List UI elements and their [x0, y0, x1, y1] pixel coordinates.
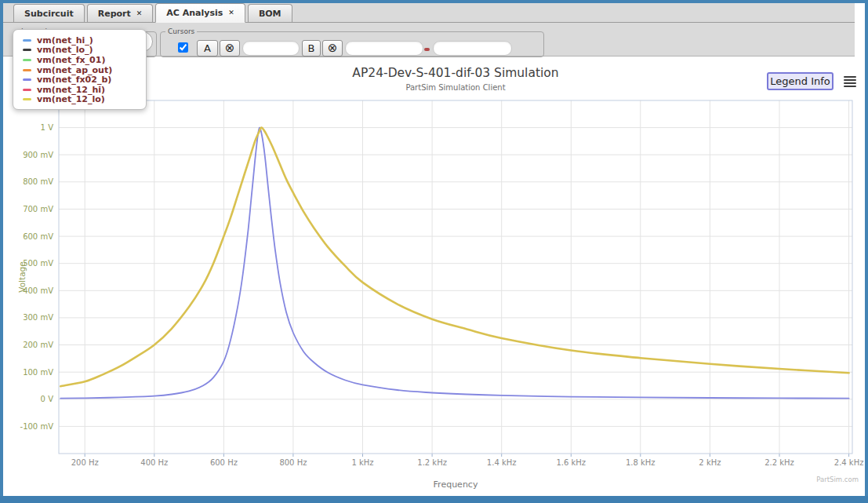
legend-info-button[interactable]: Legend Info	[767, 72, 833, 90]
tab-ac-analysis[interactable]: AC Analysis ✕	[155, 3, 245, 23]
y-tick-label: 100 mV	[23, 368, 53, 377]
legend-item-label: vm(net_lo_)	[37, 45, 93, 55]
legend-item-label: vm(net_ap_out)	[37, 65, 112, 75]
x-tick-label: 800 Hz	[279, 458, 307, 467]
window-frame	[0, 0, 868, 3]
y-tick-label: 600 mV	[23, 232, 53, 241]
x-tick-label: 1.6 kHz	[556, 458, 586, 467]
y-tick-label: 400 mV	[23, 286, 53, 295]
tab-label: Report	[98, 9, 131, 19]
legend-item-label: vm(net_hi_)	[37, 35, 93, 46]
cursors-enabled-checkbox[interactable]	[178, 42, 188, 53]
legend-item[interactable]: vm(net_fx_01)	[23, 55, 146, 65]
y-tick-label: 200 mV	[23, 341, 53, 349]
y-tick-label: 300 mV	[23, 313, 53, 322]
cursor-b-value-input[interactable]	[345, 41, 423, 56]
tab-report[interactable]: Report ✕	[87, 4, 154, 22]
y-tick-label: -100 mV	[20, 422, 54, 431]
window-frame	[865, 0, 868, 503]
x-tick-label: 2 kHz	[699, 458, 721, 467]
cursor-a-button[interactable]: A	[197, 40, 218, 56]
legend-item-label: vm(net_fx02_b)	[37, 75, 111, 85]
legend-item[interactable]: vm(net_12_lo)	[23, 95, 146, 105]
legend-item[interactable]: vm(net_12_hi)	[23, 85, 146, 95]
tab-close-icon[interactable]: ✕	[136, 10, 143, 17]
x-tick-label: 600 Hz	[210, 458, 238, 467]
cursor-b-button[interactable]: B	[302, 40, 321, 56]
legend-swatch-icon	[23, 69, 31, 71]
x-tick-label: 1.8 kHz	[626, 458, 656, 467]
partsim-window: 200 Hz400 Hz600 Hz800 Hz1 kHz1.2 kHz1.4 …	[0, 0, 868, 503]
legend-popup: vm(net_hi_)vm(net_lo_)vm(net_fx_01)vm(ne…	[13, 29, 147, 110]
x-tick-label: 2.4 kHz	[834, 458, 864, 467]
legend-item[interactable]: vm(net_ap_out)	[23, 65, 146, 75]
y-tick-label: 800 mV	[23, 177, 53, 186]
tab-close-icon[interactable]: ✕	[228, 9, 234, 16]
tab-label: Subcircuit	[24, 9, 74, 19]
trace-vm(net_fx02_b)	[60, 128, 848, 399]
chart-subtitle: PartSim Simulation Client	[59, 83, 852, 92]
tab-label: AC Analysis	[166, 8, 223, 18]
cursors-fieldset-label: Cursors	[165, 27, 197, 35]
tab-subcircuit[interactable]: Subcircuit	[13, 4, 85, 22]
chart-title: AP24-Dev-S-401-dif-03 Simulation	[59, 66, 852, 80]
cursor-delta-dash-icon	[424, 48, 430, 51]
cursors-fieldset: Cursors A ⊗ B ⊗	[160, 27, 544, 57]
watermark: PartSim.com	[816, 476, 859, 483]
legend-swatch-icon	[23, 89, 31, 91]
x-tick-label: 1 kHz	[351, 458, 373, 467]
trace-vm(net_12_lo)	[60, 128, 848, 387]
cursor-b-clear-icon[interactable]: ⊗	[322, 40, 343, 56]
y-tick-label: 900 mV	[23, 151, 53, 159]
y-tick-label: 500 mV	[23, 259, 53, 268]
legend-item-label: vm(net_12_lo)	[37, 94, 105, 104]
y-tick-label: 700 mV	[23, 205, 53, 213]
legend-item[interactable]: vm(net_hi_)	[23, 35, 146, 46]
legend-item-label: vm(net_fx_01)	[37, 55, 105, 65]
cursors-row: A ⊗ B ⊗	[161, 35, 543, 56]
x-tick-label: 1.4 kHz	[487, 458, 517, 467]
y-axis-title: Voltage	[17, 261, 27, 292]
legend-swatch-icon	[23, 78, 31, 81]
legend-item-label: vm(net_12_hi)	[37, 85, 105, 95]
x-tick-label: 200 Hz	[71, 458, 99, 467]
window-frame	[0, 0, 3, 503]
legend-swatch-icon	[23, 39, 31, 42]
cursor-a-value-input[interactable]	[242, 41, 300, 56]
plot-border	[59, 100, 852, 454]
legend-swatch-icon	[23, 49, 31, 51]
cursor-delta-input[interactable]	[433, 41, 512, 56]
legend-item[interactable]: vm(net_fx02_b)	[23, 75, 146, 85]
x-tick-label: 400 Hz	[140, 458, 168, 467]
legend-swatch-icon	[23, 59, 31, 61]
tab-label: BOM	[259, 9, 281, 19]
x-tick-label: 1.2 kHz	[417, 458, 447, 467]
legend-swatch-icon	[23, 98, 31, 100]
x-tick-label: 2.2 kHz	[764, 458, 794, 467]
window-frame	[0, 496, 868, 503]
hamburger-menu-icon[interactable]	[842, 75, 858, 89]
x-axis-title: Frequency	[59, 479, 852, 490]
legend-item[interactable]: vm(net_lo_)	[23, 46, 146, 56]
tab-bar: Subcircuit Report ✕ AC Analysis ✕ BOM	[3, 3, 855, 23]
y-tick-label: 0 V	[41, 395, 54, 403]
y-tick-label: 1 V	[41, 123, 54, 132]
cursor-a-clear-icon[interactable]: ⊗	[220, 40, 240, 56]
tab-bom[interactable]: BOM	[248, 4, 292, 22]
